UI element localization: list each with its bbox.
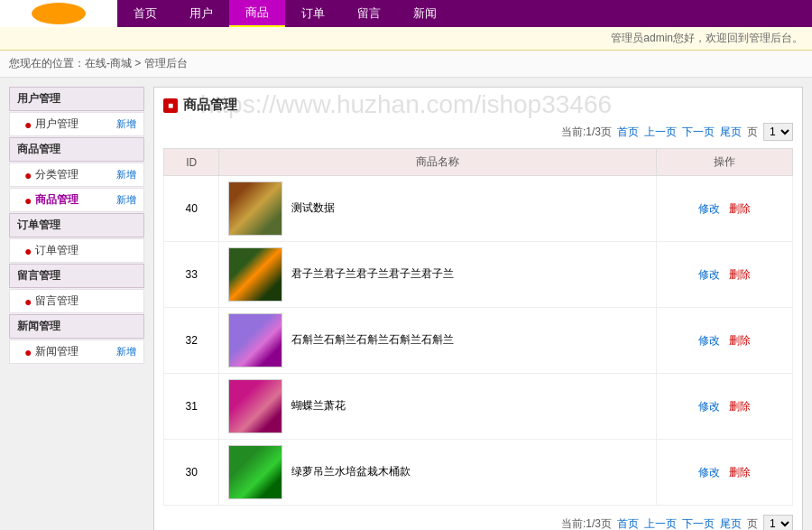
sidebar-add-news[interactable]: 新增 <box>116 345 136 358</box>
cell-action: 修改 删除 <box>657 176 793 242</box>
cell-action: 修改 删除 <box>657 242 793 308</box>
product-image <box>228 445 282 499</box>
sidebar-section-user: 用户管理 <box>9 87 144 111</box>
sidebar-label-order: 订单管理 <box>35 243 136 258</box>
product-name: 石斛兰石斛兰石斛兰石斛兰石斛兰 <box>291 333 454 346</box>
product-name: 君子兰君子兰君子兰君子兰君子兰 <box>291 267 454 280</box>
product-name: 绿萝吊兰水培盆栽木桶款 <box>291 465 411 478</box>
sidebar-label-message: 留言管理 <box>35 293 136 309</box>
page-select-top[interactable]: 1 2 3 <box>763 123 793 141</box>
cell-action: 修改 删除 <box>657 308 793 374</box>
table-row: 31蝴蝶兰萧花修改 删除 <box>164 374 793 440</box>
cell-id: 30 <box>164 440 219 506</box>
pagination-prev-top[interactable]: 上一页 <box>644 125 677 140</box>
edit-button[interactable]: 修改 <box>698 334 720 347</box>
sidebar-label-news: 新闻管理 <box>35 344 113 359</box>
delete-button[interactable]: 删除 <box>729 334 751 347</box>
nav-items: 首页 用户 商品 订单 留言 新闻 <box>117 0 453 27</box>
pagination-last-top[interactable]: 尾页 <box>720 125 742 140</box>
edit-button[interactable]: 修改 <box>698 202 720 215</box>
edit-button[interactable]: 修改 <box>698 400 720 413</box>
nav-home[interactable]: 首页 <box>117 0 173 27</box>
pagination-last-bottom[interactable]: 尾页 <box>720 516 742 531</box>
sidebar-item-news-manage[interactable]: ● 新闻管理 新增 <box>9 339 144 364</box>
table-row: 30绿萝吊兰水培盆栽木桶款修改 删除 <box>164 440 793 506</box>
sidebar-item-message-manage[interactable]: ● 留言管理 <box>9 289 144 313</box>
pagination-current-bottom: 当前:1/3页 <box>561 516 612 531</box>
sidebar-add-user[interactable]: 新增 <box>116 117 136 131</box>
cell-id: 31 <box>164 374 219 440</box>
logo <box>0 0 117 27</box>
sidebar-item-user-manage[interactable]: ● 用户管理 新增 <box>9 112 144 136</box>
sidebar-section-news: 新闻管理 <box>9 314 144 339</box>
dot-icon: ● <box>24 193 32 208</box>
delete-button[interactable]: 删除 <box>729 466 751 479</box>
welcome-text: 管理员admin您好，欢迎回到管理后台。 <box>611 32 803 44</box>
sidebar: 用户管理 ● 用户管理 新增 商品管理 ● 分类管理 新增 ● 商品管理 新增 … <box>9 87 144 530</box>
dot-icon: ● <box>24 168 32 182</box>
product-image <box>228 313 282 367</box>
nav-order[interactable]: 订单 <box>285 0 341 27</box>
cell-id: 33 <box>164 242 219 308</box>
breadcrumb: 您现在的位置：在线-商城 > 管理后台 <box>0 51 812 78</box>
col-action: 操作 <box>657 149 793 176</box>
col-name: 商品名称 <box>219 149 657 176</box>
delete-button[interactable]: 删除 <box>729 268 751 281</box>
top-navigation: 首页 用户 商品 订单 留言 新闻 <box>0 0 812 27</box>
cell-action: 修改 删除 <box>657 374 793 440</box>
pagination-page-label-bottom: 页 <box>747 516 758 531</box>
dot-icon: ● <box>24 294 32 309</box>
sidebar-section-order: 订单管理 <box>9 213 144 237</box>
nav-product[interactable]: 商品 <box>229 0 285 27</box>
sidebar-label-category: 分类管理 <box>35 167 113 182</box>
delete-button[interactable]: 删除 <box>729 400 751 413</box>
nav-news[interactable]: 新闻 <box>397 0 453 27</box>
table-row: 33君子兰君子兰君子兰君子兰君子兰修改 删除 <box>164 242 793 308</box>
cell-name: 君子兰君子兰君子兰君子兰君子兰 <box>219 242 657 308</box>
sidebar-section-message: 留言管理 <box>9 264 144 288</box>
dot-icon: ● <box>24 345 32 359</box>
sidebar-item-order-manage[interactable]: ● 订单管理 <box>9 238 144 263</box>
dot-icon: ● <box>24 117 32 132</box>
cell-id: 40 <box>164 176 219 242</box>
page-title-bar: ■ 商品管理 <box>163 97 793 114</box>
pagination-next-bottom[interactable]: 下一页 <box>682 516 715 531</box>
cell-name: 蝴蝶兰萧花 <box>219 374 657 440</box>
col-id: ID <box>164 149 219 176</box>
main-layout: 用户管理 ● 用户管理 新增 商品管理 ● 分类管理 新增 ● 商品管理 新增 … <box>0 78 812 530</box>
pagination-next-top[interactable]: 下一页 <box>682 125 715 140</box>
cell-action: 修改 删除 <box>657 440 793 506</box>
logo-image <box>32 3 86 24</box>
page-select-bottom[interactable]: 1 2 3 <box>763 515 793 530</box>
content-area: ■ 商品管理 当前:1/3页 首页 上一页 下一页 尾页 页 1 2 3 ID … <box>153 87 803 530</box>
pagination-prev-bottom[interactable]: 上一页 <box>644 516 677 531</box>
product-name: 测试数据 <box>291 201 335 214</box>
table-row: 32石斛兰石斛兰石斛兰石斛兰石斛兰修改 删除 <box>164 308 793 374</box>
cell-name: 石斛兰石斛兰石斛兰石斛兰石斛兰 <box>219 308 657 374</box>
nav-message[interactable]: 留言 <box>341 0 397 27</box>
nav-user[interactable]: 用户 <box>173 0 229 27</box>
pagination-first-top[interactable]: 首页 <box>617 125 639 140</box>
product-table: ID 商品名称 操作 40测试数据修改 删除33君子兰君子兰君子兰君子兰君子兰修… <box>163 148 793 506</box>
sidebar-section-product: 商品管理 <box>9 137 144 162</box>
cell-id: 32 <box>164 308 219 374</box>
sidebar-label-product: 商品管理 <box>35 192 113 208</box>
sidebar-item-product-manage[interactable]: ● 商品管理 新增 <box>9 188 144 212</box>
page-title: 商品管理 <box>183 97 237 114</box>
welcome-bar: 管理员admin您好，欢迎回到管理后台。 <box>0 27 812 51</box>
edit-button[interactable]: 修改 <box>698 268 720 281</box>
product-image <box>228 181 282 236</box>
sidebar-item-category[interactable]: ● 分类管理 新增 <box>9 163 144 187</box>
breadcrumb-text: 您现在的位置：在线-商城 > 管理后台 <box>9 57 188 70</box>
delete-button[interactable]: 删除 <box>729 202 751 215</box>
sidebar-add-product[interactable]: 新增 <box>116 193 136 207</box>
sidebar-add-category[interactable]: 新增 <box>116 168 136 181</box>
product-image <box>228 379 282 433</box>
pagination-first-bottom[interactable]: 首页 <box>617 516 639 531</box>
pagination-bottom: 当前:1/3页 首页 上一页 下一页 尾页 页 1 2 3 <box>163 515 793 530</box>
product-image <box>228 247 282 302</box>
edit-button[interactable]: 修改 <box>698 466 720 479</box>
cell-name: 测试数据 <box>219 176 657 242</box>
pagination-top: 当前:1/3页 首页 上一页 下一页 尾页 页 1 2 3 <box>163 123 793 141</box>
pagination-page-label-top: 页 <box>747 125 758 140</box>
